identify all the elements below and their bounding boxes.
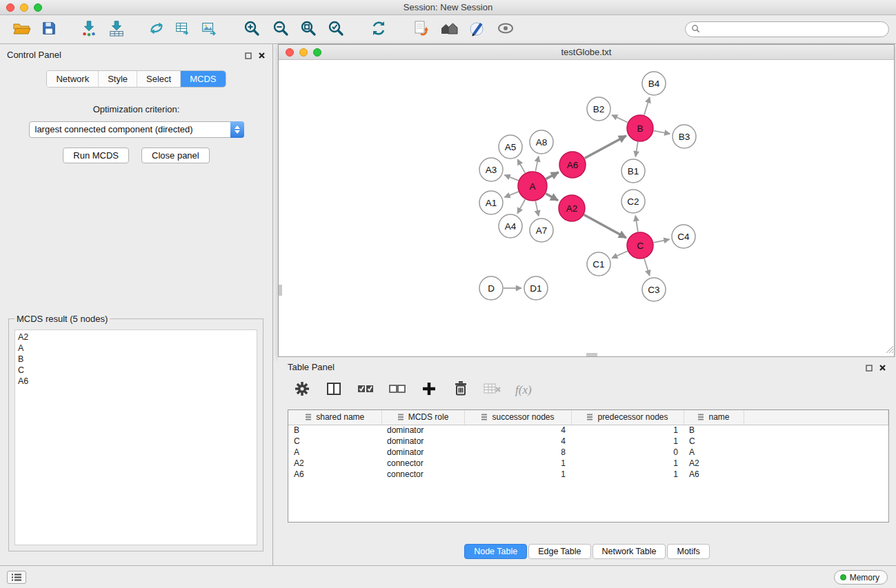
import-network-button[interactable] bbox=[77, 18, 101, 41]
graph-node-C2[interactable]: C2 bbox=[621, 190, 645, 213]
graph-node-C4[interactable]: C4 bbox=[672, 225, 695, 248]
graph-node-B[interactable]: B bbox=[627, 115, 653, 141]
table-row[interactable]: A2connector11A2 bbox=[288, 458, 888, 469]
table-settings-button[interactable] bbox=[292, 380, 312, 401]
float-table-panel-icon[interactable] bbox=[866, 362, 873, 374]
close-table-panel-icon[interactable] bbox=[879, 362, 886, 374]
tab-mcds[interactable]: MCDS bbox=[181, 71, 225, 87]
save-session-button[interactable] bbox=[37, 18, 61, 41]
result-item[interactable]: A2 bbox=[18, 332, 254, 343]
search-input[interactable] bbox=[704, 24, 883, 35]
graph-edge-B-B2[interactable] bbox=[612, 115, 628, 123]
graph-node-A8[interactable]: A8 bbox=[530, 130, 553, 154]
network-minimize-button[interactable] bbox=[299, 48, 308, 57]
graph-node-A6[interactable]: A6 bbox=[559, 152, 586, 178]
network-zoom-button[interactable] bbox=[313, 48, 321, 57]
zoom-in-button[interactable] bbox=[240, 18, 263, 41]
table-row[interactable]: Adominator80A bbox=[288, 447, 888, 458]
tab-network-table[interactable]: Network Table bbox=[593, 544, 666, 559]
column-header-mcds-role[interactable]: MCDS role bbox=[381, 410, 464, 425]
graph-edge-C-C3[interactable] bbox=[644, 258, 650, 276]
table-row[interactable]: Bdominator41B bbox=[288, 425, 888, 436]
tab-edge-table[interactable]: Edge Table bbox=[528, 544, 590, 559]
zoom-selected-button[interactable] bbox=[324, 18, 348, 41]
criterion-dropdown[interactable]: largest connected component (directed) bbox=[29, 121, 244, 138]
style-button[interactable] bbox=[465, 18, 488, 41]
graph-edge-A6-B[interactable] bbox=[585, 136, 626, 159]
tab-node-table[interactable]: Node Table bbox=[464, 544, 527, 559]
column-manager-button[interactable] bbox=[323, 380, 344, 401]
result-item[interactable]: C bbox=[18, 365, 254, 376]
horizontal-scroll-marker[interactable] bbox=[586, 353, 597, 356]
graph-node-A2[interactable]: A2 bbox=[559, 195, 585, 221]
export-image-button[interactable] bbox=[197, 18, 221, 41]
deselect-all-button[interactable] bbox=[387, 380, 408, 401]
open-file-button[interactable] bbox=[10, 18, 33, 41]
network-canvas[interactable]: B4B2BB3A5A8A6A3B1AC2A1A2A4A7C4CC1C3DD1 bbox=[279, 61, 893, 356]
network-from-url-button[interactable] bbox=[145, 18, 168, 41]
network-table-button[interactable] bbox=[171, 18, 195, 41]
column-header-shared-name[interactable]: shared name bbox=[288, 410, 381, 425]
graph-edge-C-C2[interactable] bbox=[635, 216, 638, 232]
graph-edge-B-B3[interactable] bbox=[654, 131, 670, 134]
graph-node-B3[interactable]: B3 bbox=[673, 125, 696, 148]
network-close-button[interactable] bbox=[286, 48, 294, 57]
graph-node-A4[interactable]: A4 bbox=[499, 214, 522, 238]
import-table-button[interactable] bbox=[105, 18, 128, 41]
close-button[interactable] bbox=[6, 3, 14, 12]
tab-style[interactable]: Style bbox=[99, 71, 137, 87]
graph-node-C1[interactable]: C1 bbox=[587, 252, 610, 276]
graph-edge-A-A8[interactable] bbox=[535, 156, 538, 172]
graph-edge-A-A2[interactable] bbox=[546, 194, 558, 201]
graph-edge-A-A1[interactable] bbox=[504, 192, 518, 197]
graph-edge-A-A4[interactable] bbox=[517, 199, 525, 213]
column-header-successor-nodes[interactable]: successor nodes bbox=[464, 410, 571, 425]
apply-layout-button[interactable] bbox=[367, 18, 390, 41]
graph-node-B2[interactable]: B2 bbox=[587, 97, 610, 121]
minimize-button[interactable] bbox=[20, 3, 28, 12]
run-mcds-button[interactable]: Run MCDS bbox=[63, 148, 129, 163]
graph-edge-A-A7[interactable] bbox=[535, 201, 538, 216]
zoom-button[interactable] bbox=[34, 3, 42, 12]
export-document-button[interactable] bbox=[410, 18, 433, 41]
column-header-predecessor-nodes[interactable]: predecessor nodes bbox=[571, 410, 684, 425]
zoom-out-button[interactable] bbox=[269, 18, 292, 41]
show-details-button[interactable] bbox=[494, 18, 517, 41]
graph-node-A7[interactable]: A7 bbox=[530, 219, 553, 242]
delete-column-button[interactable] bbox=[450, 380, 471, 401]
show-panels-button[interactable] bbox=[7, 571, 26, 584]
float-panel-icon[interactable] bbox=[245, 50, 252, 62]
tab-network[interactable]: Network bbox=[47, 71, 99, 87]
graph-node-B4[interactable]: B4 bbox=[642, 72, 666, 95]
graph-edge-A-A3[interactable] bbox=[504, 175, 518, 181]
graph-edge-C-C1[interactable] bbox=[612, 251, 628, 258]
close-panel-button[interactable]: Close panel bbox=[141, 148, 210, 163]
home-button[interactable] bbox=[437, 18, 461, 41]
mcds-result-list[interactable]: A2ABCA6 bbox=[14, 330, 257, 545]
resize-grip[interactable] bbox=[885, 343, 893, 356]
graph-node-C3[interactable]: C3 bbox=[642, 278, 666, 301]
graph-edge-B-B4[interactable] bbox=[644, 97, 650, 115]
result-item[interactable]: A bbox=[18, 343, 254, 354]
zoom-fit-button[interactable] bbox=[297, 18, 320, 41]
graph-node-A1[interactable]: A1 bbox=[479, 191, 503, 214]
column-header-name[interactable]: name bbox=[684, 410, 744, 425]
result-item[interactable]: A6 bbox=[18, 376, 254, 387]
function-builder-button[interactable]: f(x) bbox=[515, 383, 532, 397]
delete-table-button[interactable] bbox=[482, 380, 503, 401]
table-row[interactable]: A6connector11A6 bbox=[288, 469, 888, 480]
graph-node-D[interactable]: D bbox=[479, 276, 503, 300]
graph-edge-C-C4[interactable] bbox=[654, 239, 670, 243]
tab-select[interactable]: Select bbox=[137, 71, 181, 87]
vertical-scroll-marker[interactable] bbox=[279, 285, 282, 296]
network-window-titlebar[interactable]: testGlobe.txt bbox=[279, 45, 894, 60]
graph-edge-A-A5[interactable] bbox=[517, 159, 525, 173]
graph-node-D1[interactable]: D1 bbox=[524, 276, 548, 300]
table-row[interactable]: Cdominator41C bbox=[288, 436, 888, 447]
graph-node-A5[interactable]: A5 bbox=[499, 135, 522, 159]
select-all-button[interactable] bbox=[355, 380, 376, 401]
add-column-button[interactable] bbox=[419, 380, 439, 401]
graph-node-C[interactable]: C bbox=[627, 232, 653, 258]
graph-edge-B-B1[interactable] bbox=[635, 142, 637, 157]
graph-node-A[interactable]: A bbox=[518, 172, 547, 201]
